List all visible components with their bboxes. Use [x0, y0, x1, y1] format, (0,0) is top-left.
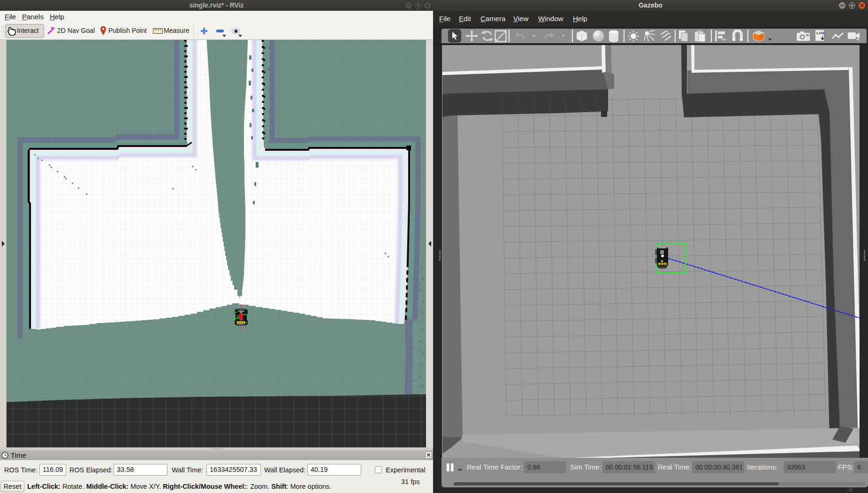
- svg-text:LOG: LOG: [816, 31, 824, 35]
